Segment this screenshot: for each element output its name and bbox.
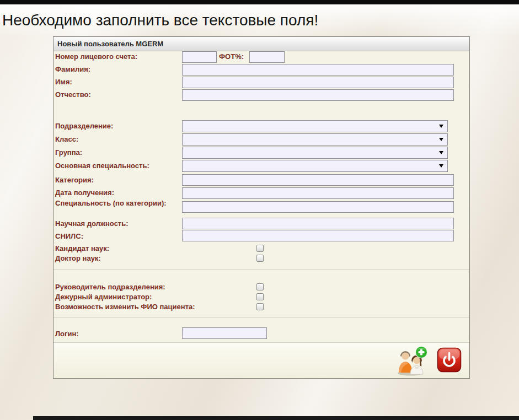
duty-administrator-label: Дежурный администратор: — [55, 293, 152, 301]
new-user-panel: Новый пользователь MGERM Номер лицевого … — [53, 36, 470, 379]
group-select[interactable] — [182, 147, 448, 159]
category-specialty-label: Специальность (по категории): — [55, 199, 178, 207]
doctor-of-science-label: Доктор наук: — [55, 254, 101, 262]
receive-date-input[interactable] — [182, 187, 454, 199]
doctor-of-science-checkbox[interactable] — [256, 255, 264, 262]
add-user-button[interactable] — [395, 346, 429, 376]
snils-label: СНИЛС: — [55, 232, 83, 240]
department-label: Подразделение: — [55, 122, 113, 130]
class-label: Класс: — [55, 135, 78, 143]
category-specialty-input[interactable] — [182, 201, 454, 213]
middlename-input[interactable] — [182, 89, 454, 101]
dropdown-arrow-icon — [439, 125, 443, 128]
snils-input[interactable] — [182, 230, 454, 241]
category-label: Категория: — [55, 176, 94, 184]
main-specialty-label: Основная специальность: — [55, 161, 149, 170]
phd-candidate-label: Кандидат наук: — [55, 244, 109, 252]
add-user-icon — [395, 346, 429, 376]
dropdown-arrow-icon — [439, 151, 443, 154]
duty-administrator-checkbox[interactable] — [256, 293, 264, 300]
fot-percent-input[interactable] — [249, 51, 285, 63]
scientific-position-label: Научная должность: — [55, 219, 129, 228]
login-label: Логин: — [55, 330, 79, 338]
phd-candidate-checkbox[interactable] — [256, 245, 264, 252]
group-label: Группа: — [55, 148, 82, 157]
panel-body: Номер лицевого счета: ФОТ%: Фамилия: Имя… — [53, 51, 469, 378]
account-number-input[interactable] — [182, 51, 217, 63]
firstname-label: Имя: — [55, 78, 72, 86]
fot-percent-label: ФОТ%: — [219, 52, 244, 61]
can-edit-patient-name-checkbox[interactable] — [256, 303, 264, 310]
power-icon — [437, 347, 462, 373]
can-edit-patient-name-label: Возможность изменить ФИО пациента: — [55, 303, 195, 311]
main-specialty-select[interactable] — [182, 160, 448, 172]
account-number-label: Номер лицевого счета: — [55, 52, 137, 61]
divider — [53, 270, 469, 270]
department-head-label: Руководитель подразделения: — [55, 283, 165, 291]
middlename-label: Отчество: — [55, 90, 91, 99]
class-select[interactable] — [182, 133, 448, 146]
lastname-label: Фамилия: — [55, 65, 90, 73]
department-select[interactable] — [182, 120, 448, 132]
panel-title: Новый пользователь MGERM — [53, 37, 469, 51]
dropdown-arrow-icon — [439, 164, 443, 168]
login-input[interactable] — [182, 327, 267, 339]
scientific-position-input[interactable] — [182, 218, 454, 229]
divider — [53, 317, 469, 317]
panel-footer — [53, 342, 469, 378]
receive-date-label: Дата получения: — [55, 189, 114, 197]
top-bar — [0, 0, 519, 4]
power-button[interactable] — [437, 347, 462, 373]
page-heading: Необходимо заполнить все текстовые поля! — [2, 12, 318, 29]
lastname-input[interactable] — [182, 64, 454, 76]
department-head-checkbox[interactable] — [256, 283, 264, 290]
bottom-bar — [33, 416, 519, 420]
category-input[interactable] — [182, 174, 454, 186]
dropdown-arrow-icon — [439, 138, 443, 141]
firstname-input[interactable] — [182, 77, 454, 88]
